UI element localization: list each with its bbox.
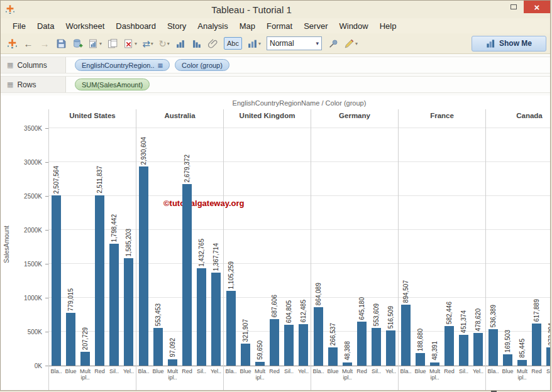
bar-mark[interactable] xyxy=(255,362,265,366)
new-worksheet-button[interactable]: ▾ xyxy=(86,35,104,52)
bar-mark[interactable] xyxy=(386,330,395,366)
bar-mark[interactable] xyxy=(109,244,119,366)
maximize-button[interactable] xyxy=(504,1,524,13)
minimize-button[interactable] xyxy=(483,1,504,13)
bar-mark[interactable] xyxy=(416,353,425,366)
bar-value-label: 48,388 xyxy=(343,341,351,361)
menu-item-analysis[interactable]: Analysis xyxy=(192,19,233,33)
column-header[interactable]: United Kingdom xyxy=(224,109,311,122)
save-button[interactable] xyxy=(53,35,69,52)
gridline xyxy=(311,297,398,298)
bar-mark[interactable] xyxy=(401,305,411,366)
menu-item-dashboard[interactable]: Dashboard xyxy=(110,19,162,33)
column-header[interactable]: Germany xyxy=(311,109,398,122)
gridline xyxy=(224,195,311,196)
column-header[interactable]: Australia xyxy=(136,109,223,122)
menu-item-help[interactable]: Help xyxy=(374,19,402,33)
menu-item-file[interactable]: File xyxy=(7,19,31,33)
bar-mark[interactable] xyxy=(503,354,512,366)
add-data-source-button[interactable] xyxy=(70,35,85,52)
bar-mark[interactable] xyxy=(153,328,163,366)
column-header[interactable]: Canada xyxy=(486,109,550,122)
menu-item-format[interactable]: Format xyxy=(261,19,298,33)
x-tick-label: Red xyxy=(92,368,107,374)
bar-mark[interactable] xyxy=(444,326,454,366)
fix-axes-button[interactable] xyxy=(326,35,341,52)
bar-mark[interactable] xyxy=(430,362,439,366)
redo-icon: → xyxy=(40,39,50,48)
menu-item-story[interactable]: Story xyxy=(162,19,192,33)
x-tick-label: Mult ipl.. xyxy=(428,368,442,381)
menu-item-worksheet[interactable]: Worksheet xyxy=(60,19,110,33)
toolbar: ← → ▾ ▾ ⇄ ▾ ↻ ▾ xyxy=(1,33,550,54)
columns-drop-area[interactable]: EnglishCountryRegion..▦Color (group) xyxy=(66,57,550,73)
field-pill[interactable]: Color (group) xyxy=(175,59,229,71)
bar-mark[interactable] xyxy=(139,166,148,366)
y-tick-label: 2500K xyxy=(24,193,42,200)
bar-mark[interactable] xyxy=(343,362,352,366)
bar-mark[interactable] xyxy=(489,329,498,366)
column-header[interactable]: United States xyxy=(49,109,136,122)
bar-mark[interactable] xyxy=(197,268,206,366)
bar-mark[interactable] xyxy=(314,307,323,366)
group-members-icon xyxy=(208,38,219,49)
rows-drop-area[interactable]: SUM(SalesAmount) xyxy=(66,77,550,92)
bar-mark[interactable] xyxy=(284,325,294,366)
show-me-button[interactable]: Show Me xyxy=(472,36,546,52)
x-tick-label: Blue xyxy=(500,368,515,374)
group-members-button[interactable] xyxy=(206,35,221,52)
fit-select[interactable]: Normal ▾ xyxy=(267,36,322,50)
tableau-logo-icon xyxy=(4,4,16,15)
bar-mark[interactable] xyxy=(80,352,90,366)
redo-button[interactable]: → xyxy=(37,35,52,52)
auto-update-button[interactable]: ↻ ▾ xyxy=(157,35,172,52)
gridline xyxy=(224,161,311,162)
bar-mark[interactable] xyxy=(532,324,541,366)
bar-mark[interactable] xyxy=(473,333,483,366)
x-tick-label: Bla.. xyxy=(311,368,326,374)
mark-labels-button[interactable]: ▾ xyxy=(245,35,263,52)
bar-mark[interactable] xyxy=(211,273,221,366)
bar-mark[interactable] xyxy=(66,313,75,366)
bar-mark[interactable] xyxy=(95,195,104,366)
bar-mark[interactable] xyxy=(52,195,61,366)
clear-sheet-icon xyxy=(123,38,134,49)
bar-mark[interactable] xyxy=(270,319,279,366)
chevron-down-icon: ▾ xyxy=(316,40,319,46)
bar-mark[interactable] xyxy=(182,184,192,366)
menu-item-data[interactable]: Data xyxy=(31,19,60,33)
bar-mark[interactable] xyxy=(357,322,367,366)
bar-mark[interactable] xyxy=(241,344,250,366)
sort-ascending-button[interactable] xyxy=(173,35,188,52)
bar-mark[interactable] xyxy=(517,360,527,366)
bar-mark[interactable] xyxy=(546,347,550,366)
field-pill[interactable]: SUM(SalesAmount) xyxy=(75,79,150,90)
bar-mark[interactable] xyxy=(459,335,468,366)
clear-sheet-button[interactable]: ▾ xyxy=(121,35,139,52)
columns-shelf: ▦ Columns EnglishCountryRegion..▦Color (… xyxy=(1,57,550,74)
bar-mark[interactable] xyxy=(124,258,133,366)
x-tick-label: Blue xyxy=(326,368,340,374)
field-pill[interactable]: EnglishCountryRegion..▦ xyxy=(75,59,170,71)
show-mark-labels-button[interactable]: Abc xyxy=(222,35,244,52)
duplicate-sheet-button[interactable] xyxy=(105,35,120,52)
close-button[interactable]: × xyxy=(524,1,550,13)
undo-button[interactable]: ← xyxy=(21,35,36,52)
menu-item-window[interactable]: Window xyxy=(333,19,373,33)
column-header[interactable]: France xyxy=(399,109,485,122)
bar-mark[interactable] xyxy=(226,291,236,366)
bar-value-label: 604,805 xyxy=(285,300,293,323)
bar-mark[interactable] xyxy=(299,324,308,366)
menu-item-server[interactable]: Server xyxy=(298,19,333,33)
bar-mark[interactable] xyxy=(372,328,381,366)
bar-mark[interactable] xyxy=(328,347,338,366)
country-panel-france: France894,507188,68048,391582,446451,374… xyxy=(399,109,486,390)
bar-value-label: 2,507,564 xyxy=(52,166,60,194)
annotate-button[interactable]: ▾ xyxy=(342,35,360,52)
bar-mark[interactable] xyxy=(168,359,177,366)
sort-descending-button[interactable] xyxy=(189,35,204,52)
swap-axes-button[interactable]: ⇄ ▾ xyxy=(140,35,155,52)
menu-item-map[interactable]: Map xyxy=(234,19,261,33)
tableau-logo-icon[interactable] xyxy=(4,35,19,52)
y-axis-title: SalesAmount xyxy=(3,226,10,263)
